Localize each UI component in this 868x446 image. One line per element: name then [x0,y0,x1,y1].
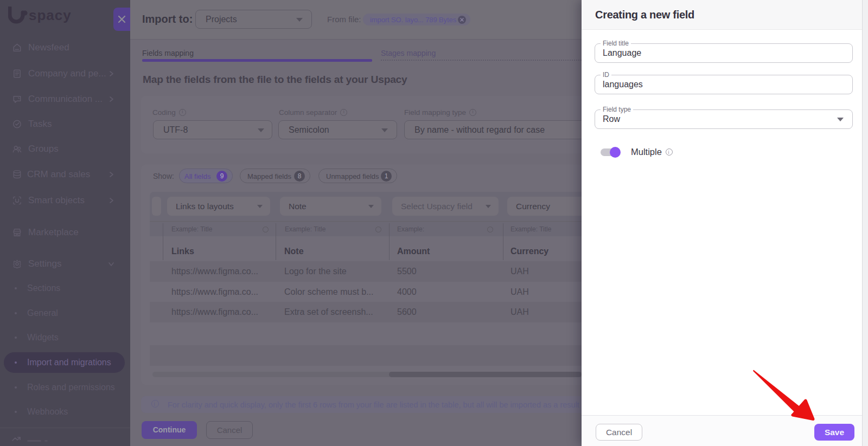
svg-text:spacy: spacy [29,7,72,23]
